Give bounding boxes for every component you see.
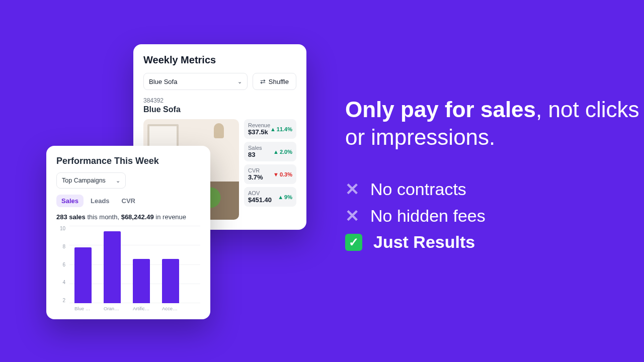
chart-y-axis: 10 8 6 4 2: [56, 226, 65, 311]
product-name: Blue Sofa: [143, 105, 296, 114]
headline-bold: Only pay for sales: [345, 97, 536, 122]
x-icon: ✕: [345, 176, 359, 203]
chart-bar: [162, 259, 179, 303]
metrics-controls: Blue Sofa ⌄ ⇄ Shuffle: [143, 73, 296, 90]
shuffle-icon: ⇄: [260, 78, 266, 85]
performance-summary: 283 sales this month, $68,242.49 in reve…: [56, 213, 200, 221]
bullet-just-results: ✓ Just Results: [345, 229, 644, 255]
chart-x-label: Accent...: [162, 306, 179, 311]
product-sku: 384392: [143, 97, 296, 104]
product-select-value: Blue Sofa: [149, 78, 177, 85]
chevron-down-icon: ⌄: [116, 177, 120, 184]
headline: Only pay for sales, not clicks or impres…: [345, 96, 644, 151]
stat-delta: ▲ 2.0%: [273, 149, 292, 155]
tab-cvr[interactable]: CVR: [117, 195, 140, 207]
marketing-copy: Only pay for sales, not clicks or impres…: [345, 96, 644, 255]
stat-sales: Sales 83 ▲ 2.0%: [244, 142, 296, 161]
chart-bar: [133, 259, 150, 303]
chart-plot-area: [69, 226, 200, 304]
perf-tabs: Sales Leads CVR: [56, 195, 200, 207]
sales-bar-chart: 10 8 6 4 2 Blue SofaOrange...Artificial.…: [56, 226, 200, 311]
chart-x-label: Orange...: [104, 306, 121, 311]
chevron-down-icon: ⌄: [237, 78, 242, 85]
bullet-list: ✕ No contracts ✕ No hidden fees ✓ Just R…: [345, 176, 644, 255]
shuffle-button[interactable]: ⇄ Shuffle: [253, 73, 296, 90]
product-select[interactable]: Blue Sofa ⌄: [143, 73, 248, 90]
stat-delta: ▼ 0.3%: [273, 171, 292, 177]
x-icon: ✕: [345, 203, 359, 229]
bullet-text: No hidden fees: [370, 203, 486, 229]
chart-bar: [74, 247, 92, 303]
bullet-no-contracts: ✕ No contracts: [345, 176, 644, 203]
campaign-select[interactable]: Top Campaigns ⌄: [56, 172, 126, 189]
chart-x-axis: Blue SofaOrange...Artificial...Accent...: [69, 304, 200, 311]
weekly-metrics-title: Weekly Metrics: [143, 54, 296, 66]
stat-delta: ▲ 11.4%: [270, 126, 292, 132]
chart-plot: Blue SofaOrange...Artificial...Accent...: [69, 226, 200, 311]
performance-title: Performance This Week: [56, 156, 200, 166]
bullet-no-hidden-fees: ✕ No hidden fees: [345, 203, 644, 229]
chart-x-label: Blue Sofa: [74, 306, 92, 311]
summary-sales-count: 283 sales: [56, 213, 86, 221]
summary-revenue: $68,242.49: [121, 213, 154, 221]
stat-aov: AOV $451.40 ▲ 9%: [244, 187, 296, 207]
campaign-select-value: Top Campaigns: [62, 177, 106, 184]
performance-card: Performance This Week Top Campaigns ⌄ Sa…: [46, 146, 210, 319]
bullet-text: No contracts: [370, 176, 466, 203]
stat-delta: ▲ 9%: [278, 194, 292, 200]
shuffle-label: Shuffle: [269, 78, 289, 85]
tab-leads[interactable]: Leads: [86, 195, 115, 207]
stat-cvr: CVR 3.7% ▼ 0.3%: [244, 164, 296, 184]
stat-revenue: Revenue $37.5k ▲ 11.4%: [244, 119, 296, 139]
chart-bar: [104, 231, 121, 303]
check-icon: ✓: [345, 234, 362, 251]
tab-sales[interactable]: Sales: [56, 195, 84, 207]
chart-x-label: Artificial...: [133, 306, 150, 311]
bullet-text: Just Results: [373, 229, 475, 255]
stat-column: Revenue $37.5k ▲ 11.4% Sales 83 ▲ 2.0% C…: [244, 119, 296, 220]
